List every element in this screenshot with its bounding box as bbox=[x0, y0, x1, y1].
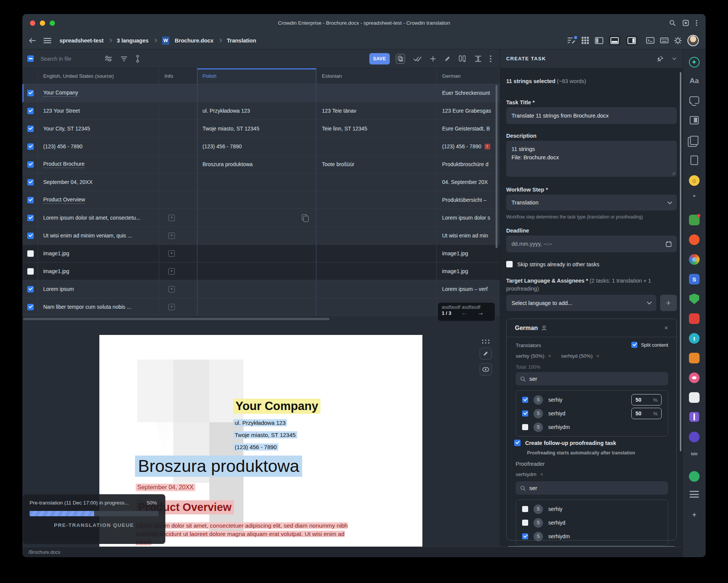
context-icon[interactable]: * bbox=[168, 215, 175, 221]
source-cell[interactable]: Your Company bbox=[38, 84, 159, 102]
shield-app-icon[interactable] bbox=[689, 294, 699, 304]
polish-cell[interactable] bbox=[197, 191, 317, 209]
layout-bottom-panel-icon[interactable] bbox=[609, 36, 620, 46]
context-icon[interactable]: * bbox=[168, 233, 175, 239]
approve-all-icon[interactable] bbox=[413, 56, 422, 61]
estonian-cell[interactable]: 123 Teie tänav bbox=[317, 102, 437, 120]
pin-panel-icon[interactable] bbox=[657, 56, 663, 62]
translator-chip[interactable]: serhiy (50%)× bbox=[516, 353, 551, 359]
percent-input[interactable]: 50% bbox=[631, 394, 662, 405]
panel-collapse-chevron-icon[interactable] bbox=[672, 57, 676, 60]
browser-menu-icon[interactable] bbox=[696, 20, 697, 26]
estonian-cell[interactable] bbox=[317, 245, 437, 262]
row-checkbox[interactable] bbox=[27, 268, 34, 275]
deadline-input[interactable]: dd.mm.yyyy, --:-- bbox=[506, 236, 677, 252]
row-checkbox[interactable] bbox=[27, 304, 34, 310]
select-all-checkbox[interactable] bbox=[27, 55, 34, 62]
preview-edit-icon[interactable] bbox=[480, 347, 492, 360]
polish-cell[interactable]: (123) 456 - 7890 bbox=[197, 138, 317, 156]
breadcrumb-file[interactable]: Brochure.docx bbox=[175, 38, 213, 44]
german-cell[interactable]: Produktbroschüre d bbox=[437, 156, 500, 173]
glossary-books-icon[interactable] bbox=[690, 136, 698, 145]
column-header-estonian[interactable]: Estonian bbox=[317, 68, 437, 84]
green-app-icon[interactable] bbox=[689, 471, 700, 482]
assignee-option[interactable]: Sserhiyd50% bbox=[516, 407, 668, 420]
split-content-row[interactable]: Split content bbox=[631, 342, 668, 348]
row-checkbox[interactable] bbox=[27, 179, 34, 185]
row-checkbox[interactable] bbox=[27, 143, 34, 150]
copy-source-icon[interactable] bbox=[396, 54, 405, 64]
grid-view-icon[interactable] bbox=[582, 37, 589, 44]
estonian-cell[interactable] bbox=[317, 209, 437, 227]
table-row[interactable]: Lorem ipsum dolor sit amet, consectetu..… bbox=[22, 209, 500, 227]
remove-chip-icon[interactable]: × bbox=[596, 353, 599, 359]
source-cell[interactable]: image1.jpg bbox=[38, 245, 159, 262]
table-row[interactable]: Lorem ipsum*Lorem ipsum – verf bbox=[22, 280, 500, 298]
german-cell[interactable]: 04. September 20X bbox=[437, 173, 500, 191]
table-horizontal-scrollbar[interactable] bbox=[23, 318, 329, 320]
breadcrumb-mode[interactable]: Translation bbox=[227, 38, 256, 44]
save-button[interactable]: SAVE bbox=[369, 53, 390, 64]
skip-strings-row[interactable]: Skip strings already in other tasks bbox=[506, 261, 599, 267]
german-cell[interactable]: Produktübersicht – bbox=[437, 191, 500, 209]
source-cell[interactable]: (123) 456 - 7890 bbox=[38, 138, 159, 156]
slate-app-label[interactable]: late bbox=[691, 451, 698, 456]
fit-rows-icon[interactable] bbox=[475, 55, 482, 62]
remove-language-icon[interactable]: × bbox=[664, 324, 668, 332]
zoom-page-icon[interactable] bbox=[669, 20, 676, 26]
add-app-icon[interactable]: + bbox=[692, 511, 696, 519]
row-checkbox[interactable] bbox=[27, 215, 34, 221]
table-row[interactable]: Product OverviewProduktübersicht – bbox=[22, 191, 500, 209]
add-column-icon[interactable] bbox=[459, 55, 466, 62]
polish-cell[interactable]: ul. Przykładowa 123 bbox=[197, 102, 317, 120]
row-checkbox[interactable] bbox=[27, 233, 34, 239]
row-checkbox[interactable] bbox=[27, 108, 34, 114]
estonian-cell[interactable] bbox=[317, 298, 437, 316]
estonian-cell[interactable] bbox=[317, 138, 437, 156]
purple-app-icon[interactable] bbox=[689, 432, 700, 442]
table-row[interactable]: Your CompanyEuer Schreckensunt bbox=[22, 84, 500, 102]
grid-app-icon[interactable] bbox=[689, 215, 700, 225]
side-panel-doc-icon[interactable] bbox=[690, 116, 699, 124]
cube-app-icon[interactable] bbox=[689, 353, 700, 363]
row-checkbox[interactable] bbox=[27, 126, 34, 132]
followup-checkbox[interactable] bbox=[514, 440, 521, 446]
qa-issue-icon[interactable]: ! bbox=[485, 144, 490, 149]
column-header-source[interactable]: English, United States (source) bbox=[38, 68, 159, 84]
context-icon[interactable]: * bbox=[168, 268, 175, 275]
german-cell[interactable]: Lorem ipsum dolor s bbox=[437, 209, 500, 227]
string-options-icon[interactable] bbox=[136, 55, 139, 63]
rail-dot[interactable] bbox=[693, 195, 695, 197]
polish-cell[interactable] bbox=[197, 262, 317, 280]
machine-translation-icon[interactable]: Aa bbox=[690, 77, 699, 85]
polish-cell[interactable] bbox=[197, 209, 317, 227]
german-cell[interactable]: (123) 456 - 7890! bbox=[437, 138, 500, 156]
followup-row[interactable]: Create follow-up proofreading task bbox=[514, 440, 616, 446]
polish-cell[interactable] bbox=[197, 227, 317, 245]
polish-cell[interactable] bbox=[197, 173, 317, 191]
context-icon[interactable]: * bbox=[168, 250, 175, 257]
assignee-checkbox[interactable] bbox=[522, 533, 528, 539]
menu-hamburger-icon[interactable] bbox=[44, 38, 51, 43]
layout-left-panel-icon[interactable] bbox=[595, 37, 603, 44]
source-cell[interactable]: Your City, ST 12345 bbox=[38, 120, 159, 138]
source-cell[interactable]: Nam liber tempor cum soluta nobis ... bbox=[38, 298, 159, 316]
keyboard-shortcuts-icon[interactable] bbox=[660, 38, 668, 43]
assignee-checkbox[interactable] bbox=[522, 506, 528, 512]
assignee-option[interactable]: Sserhiydm bbox=[516, 530, 668, 543]
proofreader-chip[interactable]: serhiydm× bbox=[516, 471, 543, 477]
translator-search-input[interactable]: ser bbox=[516, 372, 668, 385]
estonian-cell[interactable]: Toote brošüür bbox=[317, 156, 437, 173]
row-checkbox[interactable] bbox=[27, 161, 34, 168]
table-row[interactable]: Product BrochureBroszura produktowaToote… bbox=[22, 156, 500, 173]
row-checkbox[interactable] bbox=[27, 250, 34, 257]
german-cell[interactable]: 123 Eure Grabesgas bbox=[437, 102, 500, 120]
breadcrumb-project[interactable]: spreadsheet-test bbox=[60, 38, 104, 44]
filter-icon[interactable] bbox=[121, 56, 127, 61]
source-cell[interactable]: Lorem ipsum dolor sit amet, consectetu..… bbox=[38, 209, 159, 227]
source-cell[interactable]: September 04, 20XX bbox=[38, 173, 159, 191]
column-header-info[interactable]: Info bbox=[159, 68, 197, 84]
assignee-option[interactable]: Sserhiy bbox=[516, 502, 668, 516]
polish-cell[interactable] bbox=[197, 298, 317, 316]
source-cell[interactable]: Product Brochure bbox=[38, 156, 159, 173]
